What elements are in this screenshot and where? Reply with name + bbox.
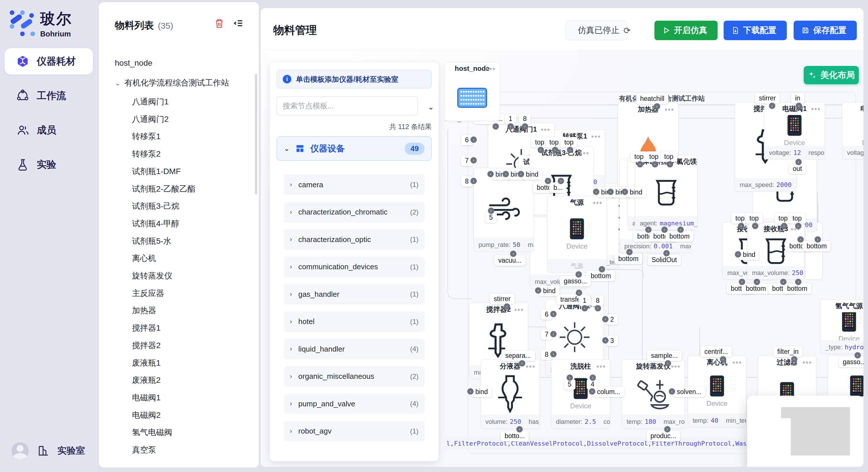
port-dot-icon[interactable]: › (545, 178, 551, 184)
tree-item[interactable]: 试剂瓶4-甲醇 (132, 218, 179, 229)
node-menu-icon[interactable]: ••• (591, 132, 601, 141)
port-chip-SolidOut[interactable]: SolidOut (648, 255, 681, 265)
sidebar-item-4[interactable]: 实验 (5, 151, 93, 178)
port-dot-icon[interactable]: › (769, 103, 775, 109)
tree-item[interactable]: 八通阀门2 (132, 114, 169, 125)
tree-item[interactable]: 搅拌器2 (132, 340, 161, 351)
port-dot-icon[interactable]: › (470, 178, 477, 184)
port-dot-icon[interactable]: › (567, 147, 573, 153)
tree-item[interactable]: 真空泵 (132, 444, 156, 456)
node-menu-icon[interactable]: ••• (684, 158, 693, 166)
port-dot-icon[interactable]: › (576, 271, 582, 278)
port-dot-icon[interactable]: › (752, 223, 758, 229)
port-dot-icon[interactable]: › (550, 331, 557, 337)
port-dot-icon[interactable]: › (815, 236, 821, 243)
port-dot-icon[interactable]: ‹ (602, 316, 609, 322)
port-dot-icon[interactable]: › (781, 223, 787, 229)
port-chip-bind[interactable]: bind (522, 169, 542, 180)
tree-item[interactable]: 氢气电磁阀 (132, 427, 172, 438)
template-row-organic_miscellaneous[interactable]: › organic_miscellaneous (2) (284, 366, 425, 387)
port-chip-produc[interactable]: produc... (646, 431, 680, 441)
template-row-camera[interactable]: › camera (1) (284, 174, 425, 195)
sidebar-item-2[interactable]: 工作流 (5, 82, 93, 109)
port-chip-8[interactable]: 8 (519, 113, 531, 124)
lab-label[interactable]: 实验室 (57, 444, 85, 457)
port-dot-icon[interactable]: › (645, 227, 652, 233)
port-dot-icon[interactable]: ‹ (503, 171, 509, 177)
beautify-layout-button[interactable]: 美化布局 (804, 66, 859, 84)
port-dot-icon[interactable]: › (582, 305, 588, 311)
port-dot-icon[interactable]: ‹ (593, 189, 599, 195)
port-chip-1[interactable]: 1 (505, 113, 516, 124)
node-gas[interactable]: 气源•••Device气源 (547, 196, 607, 273)
port-chip-solven[interactable]: solven... (673, 386, 706, 397)
port-dot-icon[interactable]: › (796, 103, 802, 109)
port-dot-icon[interactable]: › (470, 157, 477, 164)
node-menu-icon[interactable]: ••• (541, 125, 550, 134)
node-menu-icon[interactable]: ••• (671, 362, 681, 371)
port-chip-bind[interactable]: bind (739, 249, 759, 260)
tree-item[interactable]: 试剂瓶5-水 (132, 236, 172, 247)
refresh-icon[interactable]: ⟳ (623, 26, 631, 36)
port-chip-centrif[interactable]: centrif... (701, 346, 732, 357)
port-dot-icon[interactable]: › (795, 223, 801, 229)
tree-item[interactable]: 废液瓶1 (132, 358, 161, 369)
port-chip-filterin[interactable]: filter_in (773, 346, 803, 357)
port-dot-icon[interactable]: › (595, 305, 601, 311)
port-chip-top[interactable]: top (560, 137, 578, 148)
start-simulation-button[interactable]: 开启仿真 (654, 21, 718, 40)
tree-item[interactable]: 电磁阀1 (132, 392, 161, 403)
port-dot-icon[interactable]: › (488, 208, 494, 214)
port-dot-icon[interactable]: › (797, 236, 804, 243)
node-menu-icon[interactable]: ••• (665, 105, 674, 114)
material-scrollbar[interactable] (255, 74, 257, 194)
port-dot-icon[interactable]: ‹ (602, 337, 609, 343)
port-chip-top[interactable]: top (745, 213, 763, 224)
port-chip-vacuu[interactable]: vacuu... (494, 255, 526, 266)
node-menu-icon[interactable]: ••• (486, 65, 496, 73)
node-menu-icon[interactable]: ••• (580, 149, 589, 158)
port-dot-icon[interactable]: › (720, 356, 726, 363)
node-menu-icon[interactable]: ••• (515, 305, 524, 314)
trash-icon[interactable] (215, 19, 224, 29)
port-dot-icon[interactable]: ‹ (735, 251, 741, 258)
port-dot-icon[interactable]: › (522, 123, 528, 130)
category-instruments[interactable]: ⌄ 仪器设备 49 (277, 136, 432, 161)
port-dot-icon[interactable]: › (567, 374, 573, 381)
port-dot-icon[interactable]: › (493, 123, 499, 130)
template-row-gas_handler[interactable]: › gas_handler (1) (284, 284, 425, 305)
tree-item[interactable]: 搅拌器1 (132, 323, 161, 334)
port-chip-stirrer[interactable]: stirrer (755, 93, 780, 103)
port-chip-gasso[interactable]: gasso... (839, 357, 863, 367)
port-chip-top[interactable]: top (630, 151, 648, 162)
template-row-liquid_handler[interactable]: › liquid_handler (4) (284, 339, 425, 359)
avatar[interactable] (11, 442, 29, 460)
save-config-button[interactable]: 保存配置 (794, 21, 857, 40)
port-dot-icon[interactable]: › (654, 103, 660, 109)
port-dot-icon[interactable]: › (519, 360, 525, 367)
port-chip-8[interactable]: 8 (592, 295, 603, 306)
node-sole1[interactable]: 电磁阀1•••Devicevoltage:12response_time:0.1 (764, 102, 825, 160)
node-h2gas[interactable]: 氢气气源•••Device_type:hydrogenmax_pre (820, 299, 863, 354)
port-chip-in[interactable]: in (791, 93, 804, 103)
port-dot-icon[interactable]: › (665, 360, 671, 367)
node-menu-icon[interactable]: ••• (803, 358, 812, 367)
port-chip-top[interactable]: top (660, 151, 677, 162)
tree-item-workstation[interactable]: ⌄有机化学流程综合测试工作站 (115, 77, 229, 88)
port-dot-icon[interactable]: › (507, 123, 514, 130)
tree-item[interactable]: 离心机 (132, 253, 156, 264)
port-dot-icon[interactable]: › (504, 303, 510, 310)
template-row-hotel[interactable]: › hotel (1) (284, 311, 425, 332)
node-menu-icon[interactable]: ••• (596, 362, 606, 371)
node-sole2[interactable]: 电磁阀2•••Devicevoltage:12 (842, 102, 863, 160)
template-row-communication_devices[interactable]: › communication_devices (1) (284, 257, 425, 277)
port-dot-icon[interactable]: › (550, 311, 557, 317)
preview-modal[interactable] (747, 396, 863, 467)
tree-item[interactable]: 试剂瓶1-DMF (132, 166, 181, 177)
tree-item[interactable]: 转移泵1 (132, 131, 161, 142)
tree-item[interactable]: 电磁阀2 (132, 410, 161, 421)
port-chip-sample[interactable]: sample... (647, 350, 682, 361)
tree-item[interactable]: 八通阀门1 (132, 96, 169, 107)
port-chip-gasso[interactable]: gasso... (560, 276, 591, 286)
port-chip-top[interactable]: top (546, 137, 563, 148)
